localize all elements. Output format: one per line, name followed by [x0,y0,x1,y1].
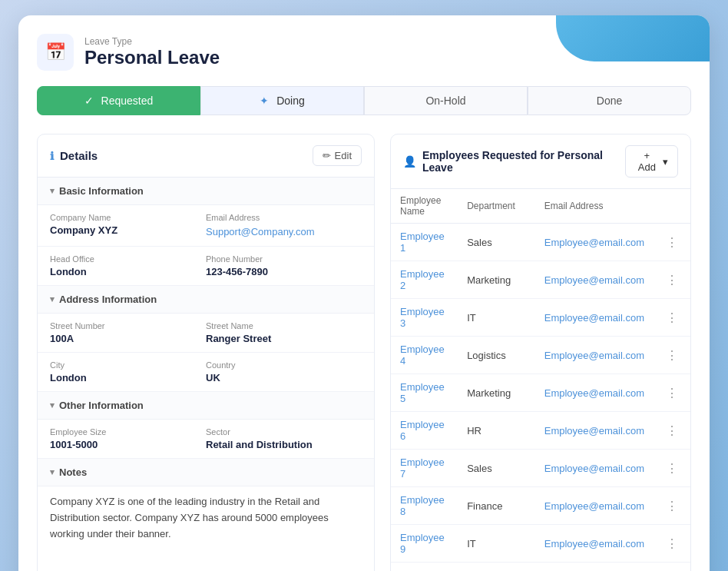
employees-title-label: Employees Requested for Personal Leave [422,149,625,174]
col-email: Email Address [535,189,654,224]
street-name-value: Ranger Street [206,333,362,344]
employee-name-cell[interactable]: Employee 4 [391,337,458,374]
street-name-label: Street Name [206,321,362,330]
actions-cell: ⋮ [654,525,690,563]
email-cell[interactable]: Employee@email.com [535,412,654,450]
field-row-office: Head Office London Phone Number 123-456-… [38,247,374,286]
field-head-office: Head Office London [50,254,206,277]
chevron-icon: ▾ [50,186,55,196]
leave-type-title: Personal Leave [84,47,220,68]
employees-table: Employee Name Department Email Address E… [391,189,690,571]
edit-button[interactable]: ✏ Edit [313,145,362,166]
more-actions-button[interactable]: ⋮ [663,422,681,440]
employee-name-cell[interactable]: Employee 7 [391,450,458,487]
employee-name-cell[interactable]: Employee 3 [391,299,458,337]
more-actions-button[interactable]: ⋮ [663,309,681,327]
check-icon: ✓ [84,95,94,107]
field-row-other: Employee Size 1001-5000 Sector Retail an… [38,420,374,459]
employees-panel: 👤 Employees Requested for Personal Leave… [390,134,691,571]
email-cell[interactable]: Employee@email.com [535,563,654,572]
actions-cell: ⋮ [654,299,690,337]
emp-size-label: Employee Size [50,427,206,437]
basic-info-label: Basic Information [59,185,144,197]
email-cell[interactable]: Employee@email.com [535,337,654,374]
department-cell: Development [458,563,535,572]
table-row: Employee 5 Marketing Employee@email.com … [391,374,690,412]
field-emp-size: Employee Size 1001-5000 [50,427,206,450]
more-actions-button[interactable]: ⋮ [663,460,681,477]
address-section-header[interactable]: ▾ Address Information [38,286,374,314]
email-cell[interactable]: Employee@email.com [535,374,654,412]
department-cell: Marketing [458,261,535,299]
step-requested[interactable]: ✓ Requested [37,86,200,115]
step-onhold[interactable]: On-Hold [364,86,528,115]
step-done[interactable]: Done [528,86,691,115]
more-actions-button[interactable]: ⋮ [663,535,681,553]
head-office-value: London [50,266,206,277]
step-requested-label: Requested [101,95,154,107]
basic-info-section-header[interactable]: ▾ Basic Information [38,178,374,205]
header: 📅 Leave Type Personal Leave [37,34,691,71]
table-row: Employee 2 Marketing Employee@email.com … [391,261,690,299]
department-cell: Sales [458,224,535,261]
edit-icon: ✏ [323,150,331,161]
more-actions-button[interactable]: ⋮ [663,497,681,515]
actions-cell: ⋮ [654,412,690,450]
chevron-icon-2: ▾ [50,294,55,304]
employee-name-cell[interactable]: Employee 9 [391,525,458,563]
step-doing-label: Doing [276,95,305,107]
department-cell: HR [458,412,535,450]
employee-name-cell[interactable]: Employee 8 [391,487,458,525]
more-actions-button[interactable]: ⋮ [663,384,681,402]
step-doing[interactable]: ✦ Doing [200,86,364,115]
more-actions-button[interactable]: ⋮ [663,347,681,364]
city-label: City [50,360,206,370]
employee-name-cell[interactable]: Employee 1 [391,224,458,261]
email-cell[interactable]: Employee@email.com [535,261,654,299]
street-number-label: Street Number [50,321,206,330]
person-icon: 👤 [403,155,416,168]
address-label: Address Information [59,294,157,305]
spinner-icon: ✦ [260,95,269,107]
field-row-city: City London Country UK [38,353,374,392]
header-text: Leave Type Personal Leave [84,36,220,68]
employee-name-cell[interactable]: Employee 10 [391,563,458,572]
main-content: ℹ Details ✏ Edit ▾ Basic Information Com… [37,134,691,571]
actions-cell: ⋮ [654,224,690,261]
employee-name-cell[interactable]: Employee 6 [391,412,458,450]
employee-name-cell[interactable]: Employee 5 [391,374,458,412]
sector-label: Sector [206,427,362,437]
employees-panel-header: 👤 Employees Requested for Personal Leave… [391,134,690,189]
employee-name-cell[interactable]: Employee 2 [391,261,458,299]
chevron-icon-4: ▾ [50,467,55,477]
department-cell: Sales [458,450,535,487]
info-icon: ℹ [50,150,54,162]
steps-bar: ✓ Requested ✦ Doing On-Hold Done [37,86,691,115]
leave-type-label: Leave Type [84,36,220,47]
phone-value: 123-456-7890 [206,266,362,277]
email-cell[interactable]: Employee@email.com [535,525,654,563]
step-onhold-label: On-Hold [425,95,465,107]
add-employee-button[interactable]: + Add ▾ [625,145,678,178]
email-value[interactable]: Support@Company.com [206,226,315,237]
col-employee-name: Employee Name [391,189,458,224]
details-title-label: Details [60,149,98,162]
field-phone: Phone Number 123-456-7890 [206,254,362,277]
table-row: Employee 8 Finance Employee@email.com ⋮ [391,487,690,525]
email-cell[interactable]: Employee@email.com [535,450,654,487]
field-city: City London [50,360,206,383]
other-info-section-header[interactable]: ▾ Other Information [38,392,374,420]
email-cell[interactable]: Employee@email.com [535,487,654,525]
department-cell: Finance [458,487,535,525]
chevron-icon-3: ▾ [50,400,55,410]
email-cell[interactable]: Employee@email.com [535,299,654,337]
notes-section-header[interactable]: ▾ Notes [38,459,374,486]
email-cell[interactable]: Employee@email.com [535,224,654,261]
email-label: Email Address [206,213,362,222]
more-actions-button[interactable]: ⋮ [663,271,681,289]
country-label: Country [206,360,362,370]
notes-content: Company XYZ is one of the leading indust… [38,486,374,549]
more-actions-button[interactable]: ⋮ [663,234,681,251]
field-company-name: Company Name Company XYZ [50,213,206,238]
step-done-label: Done [597,95,622,107]
